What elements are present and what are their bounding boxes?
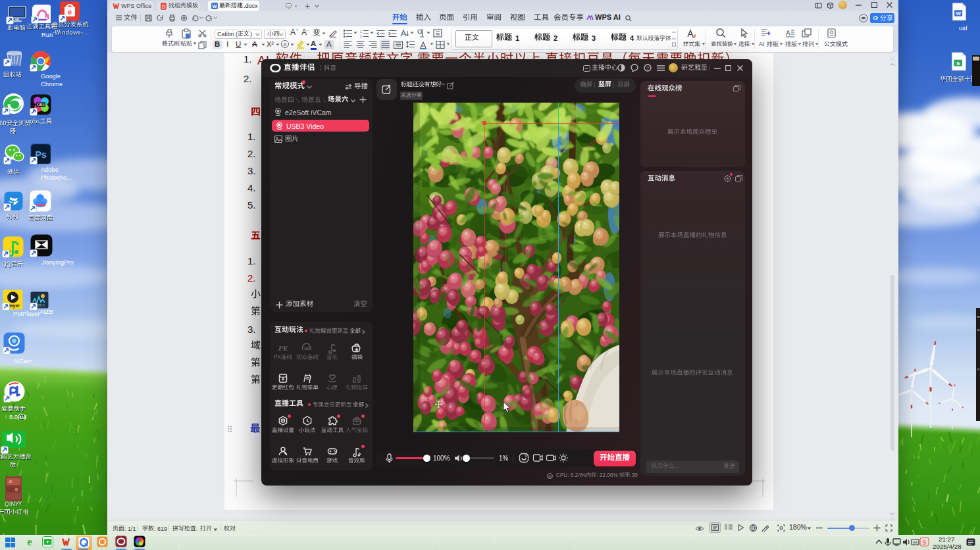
svg-text:PK: PK — [278, 344, 288, 352]
svg-text:?: ? — [646, 66, 649, 70]
svg-text:A: A — [786, 30, 790, 37]
svg-text:e: e — [68, 8, 72, 16]
svg-text:OBS: OBS — [37, 103, 45, 107]
svg-text:2: 2 — [360, 34, 362, 38]
svg-text:@: @ — [548, 474, 552, 478]
svg-text:W: W — [212, 3, 217, 9]
svg-text:1: 1 — [360, 30, 362, 34]
svg-text:S: S — [956, 61, 960, 66]
svg-text:e: e — [27, 536, 32, 547]
svg-text:S: S — [923, 539, 927, 546]
svg-text:A: A — [283, 41, 287, 47]
svg-text:D: D — [162, 5, 165, 9]
svg-text:W: W — [956, 11, 961, 16]
